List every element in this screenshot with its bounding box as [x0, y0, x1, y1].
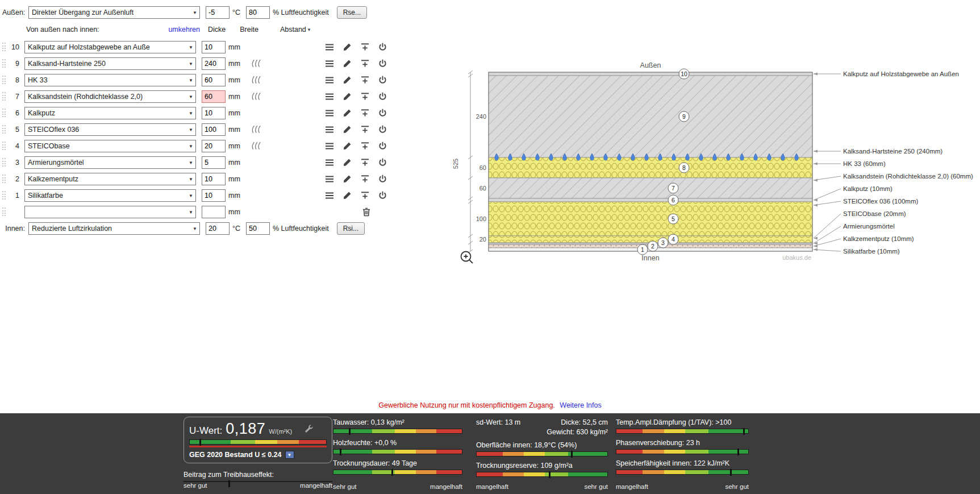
layer-menu-button[interactable]: [324, 174, 335, 184]
edit-layer-button[interactable]: [342, 75, 352, 85]
edit-layer-button[interactable]: [342, 124, 352, 135]
drag-handle-icon[interactable]: [2, 142, 6, 150]
insert-layer-button[interactable]: [360, 42, 370, 52]
thickness-input[interactable]: [202, 189, 226, 202]
insert-layer-button[interactable]: [360, 141, 370, 151]
drag-handle-icon[interactable]: [2, 59, 6, 68]
rsi-button[interactable]: Rsi...: [337, 222, 365, 235]
disable-layer-button[interactable]: [377, 141, 387, 151]
disable-layer-button[interactable]: [377, 174, 387, 184]
inhomogeneous-layer-icon[interactable]: [248, 142, 265, 150]
settings-wrench-icon[interactable]: [303, 424, 314, 434]
disable-layer-button[interactable]: [377, 59, 387, 69]
material-select[interactable]: Kalkputz auf Holzstabgewebe an Auße ▼: [24, 41, 196, 53]
layer-menu-button[interactable]: [324, 124, 335, 135]
thickness-input[interactable]: [202, 74, 226, 86]
layer-menu-button[interactable]: [324, 190, 335, 201]
material-select[interactable]: Kalksand-Hartsteine 250 ▼: [24, 57, 196, 70]
layer-menu-button[interactable]: [324, 108, 335, 118]
insert-layer-button[interactable]: [360, 59, 370, 69]
disable-layer-button[interactable]: [377, 157, 387, 168]
more-info-link[interactable]: Weitere Infos: [560, 401, 601, 409]
layer-number: 10: [7, 43, 19, 51]
outside-humidity-input[interactable]: [246, 6, 270, 19]
svg-text:1: 1: [641, 246, 644, 253]
insert-layer-button[interactable]: [360, 108, 370, 118]
disable-layer-button[interactable]: [377, 75, 387, 85]
material-select[interactable]: STEICObase ▼: [24, 140, 196, 152]
disable-layer-button[interactable]: [377, 108, 387, 118]
thickness-input[interactable]: [202, 107, 226, 119]
inside-temperature-input[interactable]: [206, 222, 230, 235]
drag-handle-icon[interactable]: [2, 175, 6, 183]
material-select[interactable]: HK 33 ▼: [24, 74, 196, 86]
edit-layer-button[interactable]: [342, 92, 352, 102]
new-thickness-input[interactable]: [202, 206, 226, 218]
thickness-input[interactable]: [202, 41, 226, 53]
u-value-label: U-Wert:: [189, 425, 222, 437]
layer-menu-button[interactable]: [324, 92, 335, 102]
layer-row: 1 Silikatfarbe ▼ mm: [0, 187, 437, 204]
outside-temperature-input[interactable]: [206, 6, 230, 19]
inhomogeneous-layer-icon[interactable]: [248, 76, 265, 84]
layer-menu-button[interactable]: [324, 141, 335, 151]
drag-handle-icon[interactable]: [2, 43, 6, 51]
thickness-input[interactable]: [202, 123, 226, 136]
edit-layer-button[interactable]: [342, 174, 352, 184]
new-material-select[interactable]: ▼: [24, 206, 196, 218]
edit-layer-button[interactable]: [342, 108, 352, 118]
thickness-input[interactable]: [202, 156, 226, 169]
drag-handle-icon[interactable]: [2, 191, 6, 200]
drag-handle-icon[interactable]: [2, 158, 6, 167]
material-select[interactable]: Armierungsmörtel ▼: [24, 156, 196, 169]
material-select[interactable]: Kalksandstein (Rohdichteklasse 2,0) ▼: [24, 90, 196, 103]
scale-label-right: mangelhaft: [300, 482, 332, 489]
geg-standard-select[interactable]: ▼: [285, 451, 294, 459]
drag-handle-icon[interactable]: [2, 125, 6, 134]
thickness-input[interactable]: [202, 140, 226, 152]
insert-layer-button[interactable]: [360, 92, 370, 102]
insert-layer-button[interactable]: [360, 174, 370, 184]
drag-handle-icon[interactable]: [2, 92, 6, 101]
edit-layer-button[interactable]: [342, 190, 352, 201]
insert-layer-button[interactable]: [360, 75, 370, 85]
drag-handle-icon[interactable]: [2, 109, 6, 117]
rse-button[interactable]: Rse...: [337, 6, 367, 19]
material-select[interactable]: Silikatfarbe ▼: [24, 189, 196, 202]
insert-layer-button[interactable]: [360, 124, 370, 135]
inside-humidity-input[interactable]: [246, 222, 270, 235]
material-select[interactable]: STEICOflex 036 ▼: [24, 123, 196, 136]
reverse-layers-link[interactable]: umkehren: [162, 26, 200, 34]
disable-layer-button[interactable]: [377, 42, 387, 52]
disable-layer-button[interactable]: [377, 190, 387, 201]
thickness-input[interactable]: [202, 173, 226, 185]
outside-transfer-select[interactable]: Direkter Übergang zur Außenluft ▼: [28, 6, 200, 19]
inhomogeneous-layer-icon[interactable]: [248, 92, 265, 101]
layer-menu-button[interactable]: [324, 59, 335, 69]
thickness-input[interactable]: [202, 57, 226, 70]
edit-layer-button[interactable]: [342, 157, 352, 168]
layer-menu-button[interactable]: [324, 75, 335, 85]
layer-menu-button[interactable]: [324, 42, 335, 52]
disable-layer-button[interactable]: [377, 92, 387, 102]
insert-layer-button[interactable]: [360, 157, 370, 168]
u-wert-rechner-app: Außen: Direkter Übergang zur Außenluft ▼…: [0, 0, 980, 494]
edit-layer-button[interactable]: [342, 141, 352, 151]
edit-layer-button[interactable]: [342, 59, 352, 69]
disable-layer-button[interactable]: [377, 124, 387, 135]
svg-text:2: 2: [651, 243, 654, 250]
insert-layer-button[interactable]: [360, 190, 370, 201]
spacing-header[interactable]: Abstand: [280, 26, 306, 34]
inhomogeneous-layer-icon[interactable]: [248, 59, 265, 68]
zoom-icon[interactable]: [461, 252, 473, 264]
inhomogeneous-layer-icon[interactable]: [248, 125, 265, 134]
drag-handle-icon[interactable]: [2, 76, 6, 84]
material-select-value: HK 33: [28, 76, 48, 84]
material-select[interactable]: Kalkzementputz ▼: [24, 173, 196, 185]
material-select[interactable]: Kalkputz ▼: [24, 107, 196, 119]
edit-layer-button[interactable]: [342, 42, 352, 52]
thickness-input-warning[interactable]: [202, 90, 226, 103]
inside-transfer-select[interactable]: Reduzierte Luftzirkulation ▼: [28, 222, 200, 235]
layer-menu-button[interactable]: [324, 157, 335, 168]
trash-icon[interactable]: [361, 207, 372, 217]
